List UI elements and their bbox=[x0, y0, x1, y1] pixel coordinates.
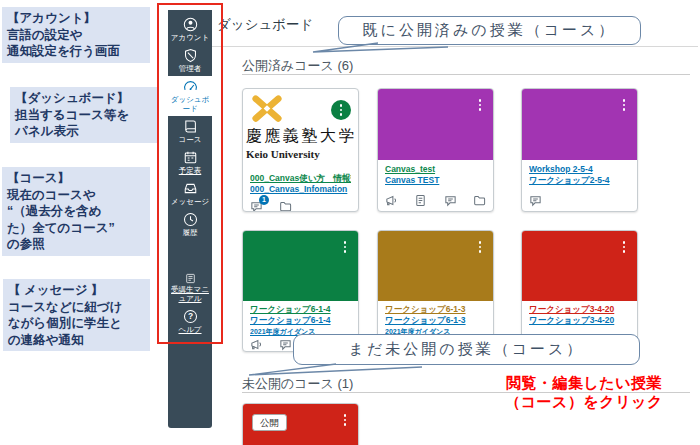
published-section-divider bbox=[242, 74, 690, 75]
course-card[interactable]: Workshop 2-5-4 ワークショップ2-5-4 bbox=[521, 88, 638, 212]
instruction-text: 閲覧・編集したい授業 （コース）をクリック bbox=[473, 374, 695, 412]
history-clock-icon bbox=[183, 212, 198, 227]
annotation-messages: 【 メッセージ 】 コースなどに紐づけ ながら個別に学生と の連絡や通知 bbox=[3, 279, 150, 351]
university-name-en: Keio University bbox=[243, 148, 358, 160]
course-code-link[interactable]: ワークショップ6-1-4 bbox=[250, 304, 351, 315]
more-options-icon[interactable] bbox=[338, 411, 352, 429]
sidebar-item-label: ヘルプ bbox=[178, 325, 201, 334]
more-options-icon[interactable] bbox=[473, 238, 487, 256]
course-code-link[interactable]: 000_Canvas使い方 情報交換 bbox=[250, 173, 351, 184]
publish-button[interactable]: 公開 bbox=[252, 414, 287, 431]
discussions-button[interactable]: 1 bbox=[250, 200, 263, 212]
sidebar-item-calendar[interactable]: 予定表 bbox=[168, 147, 212, 178]
sidebar-item-history[interactable]: 履歴 bbox=[168, 209, 212, 240]
course-card-color-header bbox=[522, 231, 637, 301]
course-name-link[interactable]: ワークショップ2-5-4 bbox=[529, 175, 630, 186]
sidebar-item-label: コース bbox=[179, 135, 202, 144]
more-options-icon[interactable] bbox=[331, 100, 351, 120]
shield-icon bbox=[183, 48, 198, 63]
university-name: 慶應義塾大学 bbox=[243, 126, 358, 147]
more-options-icon[interactable] bbox=[473, 96, 487, 114]
callout-unpublished-courses: まだ未公開の授業（コース） bbox=[293, 334, 640, 365]
discussions-icon[interactable] bbox=[279, 338, 292, 351]
discussions-icon[interactable] bbox=[529, 194, 542, 207]
unpublished-courses-header: 未公開のコース (1) bbox=[242, 375, 353, 393]
sidebar-item-label: メッセージ bbox=[171, 197, 209, 206]
manual-icon bbox=[185, 273, 196, 284]
header-divider bbox=[212, 46, 698, 47]
sidebar-item-label: ダッシュボード bbox=[169, 95, 211, 113]
course-code-link[interactable]: ワークショップ6-1-3 bbox=[385, 304, 486, 315]
course-code-link[interactable]: Workshop 2-5-4 bbox=[529, 164, 630, 175]
unread-count-badge: 1 bbox=[259, 195, 269, 205]
course-name-link[interactable]: Canvas TEST bbox=[385, 175, 486, 186]
course-card-unpublished[interactable]: 公開 bbox=[242, 403, 359, 445]
course-card-keio[interactable]: 慶應義塾大学 Keio University 000_Canvas使い方 情報交… bbox=[242, 88, 359, 212]
course-card[interactable]: Canvas_test Canvas TEST bbox=[377, 88, 494, 212]
course-card-image: 慶應義塾大学 Keio University bbox=[243, 93, 358, 165]
sidebar-item-label: 履歴 bbox=[183, 228, 198, 237]
calendar-icon bbox=[183, 150, 198, 165]
global-navigation-sidebar: アカウント 管理者 ダッシュボード コース 予定表 bbox=[168, 10, 212, 428]
course-name-link[interactable]: ワークショップ3-4-20 bbox=[529, 315, 630, 326]
course-name-link[interactable]: ワークショップ6-1-4 bbox=[250, 315, 351, 326]
sidebar-item-label: 管理者 bbox=[179, 64, 202, 73]
course-card-color-header bbox=[378, 89, 493, 160]
course-card-color-header bbox=[378, 231, 493, 301]
more-options-icon[interactable] bbox=[617, 96, 631, 114]
help-icon: ? bbox=[183, 309, 198, 324]
published-courses-header: 公開済みコース (6) bbox=[242, 57, 353, 75]
annotation-dashboard: 【ダッシュボード】 担当するコース等を パネル表示 bbox=[10, 87, 157, 143]
sidebar-item-label: 受講生マニュアル bbox=[169, 285, 211, 303]
annotation-courses: 【コース】 現在のコースや “（過去分を含め た）全てのコース” の参照 bbox=[2, 167, 150, 256]
courses-book-icon bbox=[183, 119, 198, 134]
canvas-dashboard-tutorial-slide: { "annotations": { "boxes": [ {"text": "… bbox=[0, 0, 700, 445]
sidebar-item-label: アカウント bbox=[171, 33, 209, 42]
sidebar-item-label: 予定表 bbox=[179, 166, 202, 175]
sidebar-item-courses[interactable]: コース bbox=[168, 116, 212, 147]
course-card-color-header: 公開 bbox=[243, 404, 358, 445]
files-icon[interactable] bbox=[473, 194, 486, 207]
course-code-link[interactable]: ワークショップ3-4-20 bbox=[529, 304, 630, 315]
more-options-icon[interactable] bbox=[338, 238, 352, 256]
svg-text:?: ? bbox=[187, 311, 192, 321]
course-name-link[interactable]: ワークショップ6-1-3 bbox=[385, 315, 486, 326]
course-card-color-header bbox=[243, 231, 358, 301]
course-code-link[interactable]: Canvas_test bbox=[385, 164, 486, 175]
user-icon bbox=[183, 17, 198, 32]
sidebar-item-inbox[interactable]: メッセージ bbox=[168, 178, 212, 209]
sidebar-item-student-manual[interactable]: 受講生マニュアル bbox=[168, 270, 212, 306]
sidebar-item-account[interactable]: アカウント bbox=[168, 14, 212, 45]
course-card-color-header bbox=[522, 89, 637, 160]
callout-published-courses: 既に公開済みの授業（コース） bbox=[338, 16, 641, 45]
sidebar-item-dashboard[interactable]: ダッシュボード bbox=[168, 76, 212, 116]
sidebar-item-help[interactable]: ? ヘルプ bbox=[168, 306, 212, 337]
files-button[interactable] bbox=[279, 200, 292, 212]
inbox-icon bbox=[183, 181, 198, 196]
dashboard-gauge-icon bbox=[183, 79, 198, 94]
annotation-account: 【アカウント】 言語の設定や 通知設定を行う画面 bbox=[2, 7, 150, 63]
page-title: ダッシュボード bbox=[217, 16, 313, 34]
keio-crossed-pens-logo-icon bbox=[248, 93, 286, 125]
announcements-icon[interactable] bbox=[385, 194, 398, 207]
sidebar-item-admin[interactable]: 管理者 bbox=[168, 45, 212, 76]
files-icon bbox=[279, 200, 292, 212]
discussions-icon[interactable] bbox=[444, 194, 457, 207]
announcements-icon[interactable] bbox=[250, 338, 263, 351]
more-options-icon[interactable] bbox=[617, 238, 631, 256]
assignments-icon[interactable] bbox=[414, 194, 427, 207]
